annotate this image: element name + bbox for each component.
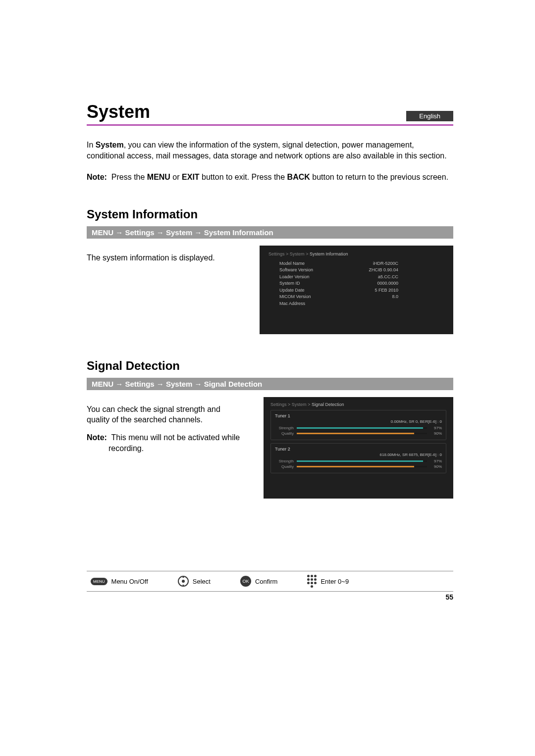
tuner-block: Tuner 10.00MHz, SR 0, BER[E-6] : 0Streng… — [270, 410, 446, 440]
footer-item-confirm: OK Confirm — [240, 576, 278, 587]
footer-label: Menu On/Off — [111, 578, 148, 585]
sysinfo-row-item: MICOM Version8.0 — [279, 294, 398, 301]
sysinfo-table: Model NameiHDR-5200CSoftware VersionZHCI… — [268, 260, 444, 307]
accent-underline — [87, 124, 453, 126]
menu-icon: MENU — [91, 578, 107, 585]
sysinfo-row-item: Model NameiHDR-5200C — [279, 260, 398, 267]
tuner-block: Tuner 2618.00MHz, SR 6875, BER[E-6] : 0S… — [270, 443, 446, 473]
intro-paragraph: In System, you can view the information … — [87, 140, 453, 161]
title-row: System English — [87, 101, 453, 125]
footer-label: Enter 0~9 — [321, 578, 349, 585]
page-title: System — [87, 101, 150, 122]
signal-screenshot: Settings > System > Signal Detection Tun… — [264, 397, 453, 499]
breadcrumb-path-signal: MENU → Settings → System → Signal Detect… — [87, 378, 453, 390]
sysinfo-row-item: Mac Address — [279, 301, 398, 307]
sysinfo-row: The system information is displayed. Set… — [87, 246, 453, 334]
signal-note: Note: This menu will not be activated wh… — [87, 432, 240, 454]
signal-text: You can check the signal strength and qu… — [87, 404, 240, 425]
sysinfo-screenshot: Settings > System > System Information M… — [260, 246, 453, 334]
footer-bar: MENU Menu On/Off Select OK Confirm Enter… — [87, 571, 453, 592]
section-heading-system-information: System Information — [87, 207, 453, 221]
footer-item-menu: MENU Menu On/Off — [91, 578, 148, 585]
intro-note: Note: Press the MENU or EXIT button to e… — [87, 172, 453, 183]
dpad-icon — [178, 576, 189, 587]
sysinfo-row-item: Loader Versiona5.CC.CC — [279, 274, 398, 281]
footer-item-select: Select — [178, 576, 211, 587]
sysinfo-text: The system information is displayed. — [87, 252, 240, 263]
page-content: System English In System, you can view t… — [87, 101, 453, 499]
ok-icon: OK — [240, 576, 251, 587]
signal-screen-breadcrumb: Settings > System > Signal Detection — [270, 402, 446, 407]
sysinfo-screen-breadcrumb: Settings > System > System Information — [268, 252, 444, 256]
footer-label: Select — [193, 578, 211, 585]
section-heading-signal-detection: Signal Detection — [87, 359, 453, 373]
signal-tuner-list: Tuner 10.00MHz, SR 0, BER[E-6] : 0Streng… — [270, 410, 446, 473]
breadcrumb-path-sysinfo: MENU → Settings → System → System Inform… — [87, 226, 453, 239]
sysinfo-row-item: Software VersionZHCIB 0.90.04 — [279, 267, 398, 274]
signal-row: You can check the signal strength and qu… — [87, 397, 453, 499]
sysinfo-row-item: Update Date5 FEB 2010 — [279, 287, 398, 294]
language-badge: English — [406, 111, 453, 121]
footer-label: Confirm — [255, 578, 278, 585]
page-number: 55 — [445, 593, 453, 601]
numpad-icon — [307, 575, 317, 588]
sysinfo-row-item: System ID0000.0000 — [279, 280, 398, 287]
footer-item-enter: Enter 0~9 — [307, 575, 349, 588]
